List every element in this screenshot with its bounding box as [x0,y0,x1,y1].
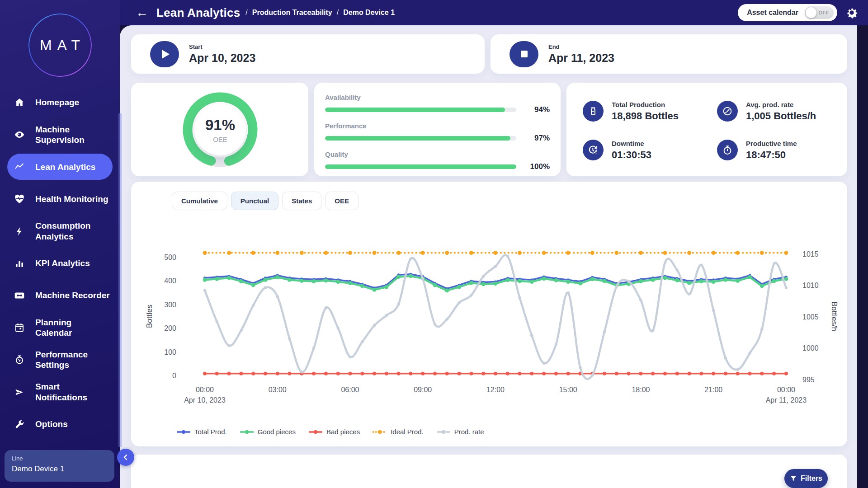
stat-value: 01:30:53 [612,149,651,161]
sidebar-nav: Homepage Machine Supervision Lean Analyt… [0,89,120,437]
sidebar-item-smart-notifications[interactable]: Smart Notifications [7,379,113,405]
line-label: Line [12,455,107,462]
stat-value: 18:47:50 [746,149,797,161]
calendar-icon [14,322,25,333]
sidebar-item-lean-analytics[interactable]: Lean Analytics [7,154,113,180]
production-stats-card: Total Production 18,898 Bottles Avg. pro… [566,83,847,176]
chart-tabs: CumulativePunctualStatesOEE [172,192,362,210]
svg-text:Bottles: Bottles [145,305,154,328]
svg-text:00:00: 00:00 [777,386,795,394]
sidebar-item-label: Machine Recorder [35,290,110,300]
stat-label: Total Production [612,101,679,108]
sidebar-item-kpi-analytics[interactable]: KPI Analytics [7,250,113,277]
legend-item-total-prod[interactable]: Total Prod. [176,428,227,436]
tab-cumulative[interactable]: Cumulative [172,192,227,210]
metric-value: 97% [534,134,550,143]
svg-text:200: 200 [164,324,176,332]
end-date-card[interactable]: End Apr 11, 2023 [491,34,847,74]
oee-gauge: 91% OEE [182,91,259,168]
bolt-icon [14,225,25,237]
svg-text:15:00: 15:00 [559,386,577,394]
metric-value: 94% [534,105,550,114]
stat-value: 18,898 Bottles [612,110,679,122]
stat-avg-prod-rate: Avg. prod. rate 1,005 Bottles/h [717,101,816,122]
chevron-left-icon [123,454,129,460]
metric-row-performance: Performance 97% [325,122,550,143]
tab-punctual[interactable]: Punctual [231,192,278,210]
tab-states[interactable]: States [282,192,321,210]
svg-text:Apr 11, 2023: Apr 11, 2023 [766,396,807,404]
sidebar-item-machine-recorder[interactable]: Machine Recorder [7,282,113,309]
svg-text:1000: 1000 [802,344,819,352]
chart-legend: Total Prod. Good pieces Bad pieces Ideal… [176,428,484,436]
stat-label: Productive time [746,140,797,147]
legend-item-prod-rate[interactable]: Prod. rate [436,428,484,436]
end-label: End [548,43,614,50]
metric-label: Quality [325,150,550,158]
sidebar-item-options[interactable]: Options [7,411,113,437]
oee-label: OEE [213,136,227,143]
svg-text:1015: 1015 [802,250,819,258]
sidebar-item-performance-settings[interactable]: Performance Settings [7,347,113,373]
sidebar-scrollbar[interactable] [118,113,122,447]
wrench-icon [14,418,25,430]
sidebar-item-label: Smart Notifications [35,381,87,402]
sidebar: MAT Homepage Machine Supervision Lean An… [0,0,120,488]
legend-item-good-pieces[interactable]: Good pieces [240,428,296,436]
legend-swatch [308,429,323,435]
mat-logo: MAT [28,14,92,77]
start-date-value: Apr 10, 2023 [189,52,255,65]
filters-button-label: Filters [801,474,822,483]
settings-gear-icon[interactable] [845,6,858,19]
metric-progress-track [325,164,516,169]
sidebar-item-label: KPI Analytics [35,258,90,268]
legend-label: Bad pieces [326,428,360,436]
breadcrumb-item-2[interactable]: Demo Device 1 [343,9,395,17]
sidebar-item-consumption-analytics[interactable]: Consumption Analytics [7,218,113,244]
end-date-value: Apr 11, 2023 [548,52,614,65]
eye-icon [14,129,25,141]
svg-text:Apr 10, 2023: Apr 10, 2023 [184,396,226,404]
main-content: Start Apr 10, 2023 End Apr 11, 2023 91% … [120,25,857,488]
svg-text:400: 400 [164,277,176,285]
sidebar-item-homepage[interactable]: Homepage [7,89,113,116]
sidebar-item-label: Lean Analytics [35,162,95,172]
legend-item-bad-pieces[interactable]: Bad pieces [308,428,360,436]
sidebar-item-planning-calendar[interactable]: Planning Calendar [7,314,113,341]
toggle-knob [806,7,816,18]
sidebar-item-label: Homepage [35,97,79,108]
svg-text:12:00: 12:00 [486,386,505,394]
svg-text:21:00: 21:00 [704,386,722,394]
stat-total-production: Total Production 18,898 Bottles [583,101,679,122]
bottom-section-card [131,455,847,488]
back-arrow-icon[interactable]: ← [136,6,148,19]
filters-button[interactable]: Filters [784,469,828,488]
legend-item-ideal-prod[interactable]: Ideal Prod. [373,428,424,436]
chart-svg[interactable]: 01002003004005009951000100510101015Bottl… [139,236,839,412]
tab-oee[interactable]: OEE [325,192,359,210]
stopwatch-icon [717,140,738,160]
asset-calendar-toggle-pill[interactable]: Asset calendar OFF [738,4,837,21]
sidebar-item-health-monitoring[interactable]: Health Monitoring [7,186,113,212]
breadcrumb-item-1[interactable]: Production Traceability [252,9,332,17]
svg-text:09:00: 09:00 [414,386,432,394]
page-title: Lean Analytics [156,6,240,20]
line-selector-card[interactable]: Line Demo Device 1 [5,450,114,482]
metric-row-availability: Availability 94% [325,94,550,114]
svg-text:100: 100 [164,348,176,356]
legend-label: Total Prod. [194,428,227,436]
oee-gauge-center: 91% OEE [194,104,246,155]
legend-label: Ideal Prod. [391,428,424,436]
svg-text:300: 300 [164,301,176,309]
asset-calendar-switch[interactable]: OFF [805,6,834,19]
bar-chart-icon [14,258,25,269]
sidebar-item-label: Planning Calendar [35,317,72,338]
sidebar-collapse-button[interactable] [117,449,134,466]
sidebar-item-machine-supervision[interactable]: Machine Supervision [7,122,113,148]
svg-text:995: 995 [802,376,815,384]
metric-value: 100% [530,162,550,171]
oee-value: 91% [205,117,235,134]
start-date-card[interactable]: Start Apr 10, 2023 [131,34,485,74]
metric-label: Performance [325,122,550,130]
end-stop-icon [509,41,538,67]
